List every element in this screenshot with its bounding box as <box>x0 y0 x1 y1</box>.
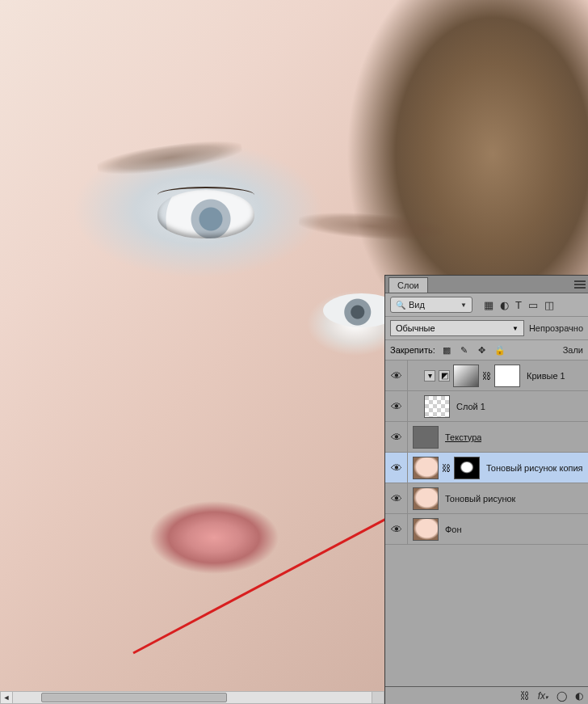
link-layers-icon[interactable]: ⛓ <box>520 690 530 702</box>
layer-row[interactable]: 👁⛓Тоновый рисунок копия <box>385 453 588 483</box>
layer-row[interactable]: 👁Тоновый рисунок <box>385 483 588 514</box>
filter-kind-select[interactable]: 🔍 Вид ▼ <box>390 297 472 313</box>
layer-mask-thumbnail[interactable] <box>494 365 520 387</box>
filter-kind-label: Вид <box>409 300 457 310</box>
lock-position-icon[interactable]: ✥ <box>476 344 489 356</box>
smart-filter-icon[interactable]: ◫ <box>544 299 554 311</box>
link-mask-icon[interactable]: ⛓ <box>442 463 451 473</box>
scroll-track[interactable] <box>13 691 372 704</box>
layer-name[interactable]: Кривые 1 <box>527 371 565 381</box>
shape-filter-icon[interactable]: ▭ <box>528 299 538 311</box>
scroll-left-button[interactable]: ◄ <box>0 691 13 704</box>
filter-type-buttons: ▦ ◐ T ▭ ◫ <box>484 299 554 311</box>
layer-name[interactable]: Тоновый рисунок копия <box>486 463 583 473</box>
layer-filter-row: 🔍 Вид ▼ ▦ ◐ T ▭ ◫ <box>385 293 588 317</box>
blend-mode-value: Обычные <box>396 323 435 333</box>
layer-name[interactable]: Текстура <box>445 432 481 442</box>
type-filter-icon[interactable]: T <box>515 299 522 311</box>
chevron-down-icon[interactable]: ▾ <box>424 370 435 382</box>
lock-row: Закрепить: ▩ ✎ ✥ 🔒 Зали <box>385 340 588 360</box>
layer-mask-thumbnail[interactable] <box>454 457 480 479</box>
canvas-horizontal-scrollbar[interactable]: ◄ ► <box>0 691 384 704</box>
layer-row[interactable]: 👁Слой 1 <box>385 391 588 422</box>
layer-row[interactable]: 👁Текстура <box>385 422 588 453</box>
scroll-thumb[interactable] <box>41 693 227 702</box>
layer-row[interactable]: 👁Фон <box>385 514 588 545</box>
layer-thumbnail[interactable] <box>413 487 439 510</box>
lock-transparent-icon[interactable]: ▩ <box>440 344 453 356</box>
opacity-label[interactable]: Непрозрачно <box>529 323 583 333</box>
layer-name[interactable]: Фон <box>445 525 462 534</box>
lock-all-icon[interactable]: 🔒 <box>494 344 506 356</box>
visibility-toggle[interactable]: 👁 <box>385 422 408 452</box>
layer-thumbnail[interactable] <box>424 395 450 418</box>
layer-name[interactable]: Слой 1 <box>456 402 485 411</box>
scroll-corner <box>372 691 384 704</box>
visibility-toggle[interactable]: 👁 <box>385 391 408 421</box>
layer-thumbs: ▾◩⛓ <box>408 365 520 387</box>
link-mask-icon[interactable]: ⛓ <box>482 371 491 381</box>
layers-list: 👁▾◩⛓Кривые 1👁Слой 1👁Текстура👁⛓Тоновый ри… <box>385 360 588 686</box>
layers-panel-footer: ⛓ fx▾ ◯ ◐ <box>385 686 588 704</box>
tab-layers[interactable]: Слои <box>388 277 428 293</box>
adjustment-filter-icon[interactable]: ◐ <box>500 299 509 311</box>
layer-row[interactable]: 👁▾◩⛓Кривые 1 <box>385 360 588 391</box>
add-mask-icon[interactable]: ◯ <box>556 690 567 702</box>
fx-icon[interactable]: fx▾ <box>538 690 548 702</box>
layer-thumbnail[interactable] <box>413 457 439 479</box>
adjustment-icon[interactable]: ◩ <box>439 370 450 382</box>
layer-thumbs <box>408 395 450 418</box>
new-adjustment-icon[interactable]: ◐ <box>575 690 583 702</box>
visibility-toggle[interactable]: 👁 <box>385 360 408 390</box>
image-filter-icon[interactable]: ▦ <box>484 299 494 311</box>
layer-thumbnail[interactable] <box>413 518 439 541</box>
layer-thumbnail[interactable] <box>453 365 479 387</box>
layer-thumbs: ⛓ <box>408 457 480 479</box>
lock-label: Закрепить: <box>390 345 435 355</box>
layer-name[interactable]: Тоновый рисунок <box>445 494 515 504</box>
layer-thumbs <box>408 518 439 541</box>
panel-menu-button[interactable] <box>572 276 588 293</box>
visibility-toggle[interactable]: 👁 <box>385 514 408 544</box>
lock-paint-icon[interactable]: ✎ <box>458 344 471 356</box>
chevron-down-icon: ▼ <box>512 325 519 332</box>
visibility-toggle[interactable]: 👁 <box>385 483 408 513</box>
layer-thumbnail[interactable] <box>413 426 439 449</box>
search-icon: 🔍 <box>396 301 405 310</box>
chevron-down-icon: ▼ <box>460 301 467 309</box>
blend-opacity-row: Обычные ▼ Непрозрачно <box>385 317 588 340</box>
fill-label[interactable]: Зали <box>563 345 583 355</box>
blend-mode-select[interactable]: Обычные ▼ <box>390 320 524 336</box>
panel-tabbar: Слои <box>385 276 588 293</box>
layers-panel: Слои 🔍 Вид ▼ ▦ ◐ T ▭ ◫ Обычные ▼ Непрозр… <box>384 275 588 704</box>
layer-thumbs <box>408 426 439 449</box>
layer-thumbs <box>408 487 439 510</box>
portrait-eye-left <box>158 190 254 238</box>
visibility-toggle[interactable]: 👁 <box>385 453 408 483</box>
